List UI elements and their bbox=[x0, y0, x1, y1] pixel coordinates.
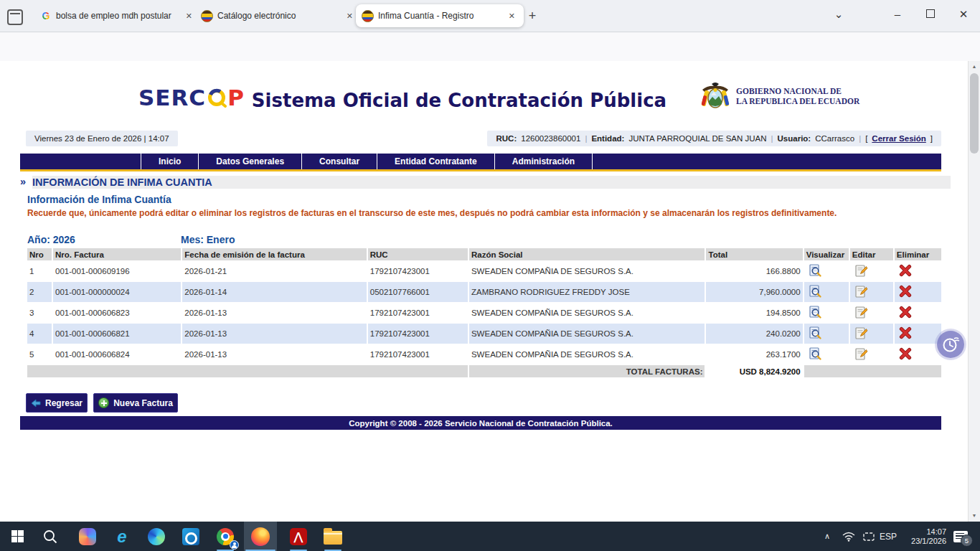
editar-icon[interactable] bbox=[854, 264, 868, 278]
editar-icon[interactable] bbox=[854, 285, 868, 298]
eliminar-icon[interactable] bbox=[899, 264, 912, 277]
editar-icon[interactable] bbox=[854, 306, 868, 319]
floating-timer-widget[interactable] bbox=[937, 331, 964, 358]
clock-icon bbox=[941, 335, 960, 354]
firefox-view-icon[interactable] bbox=[7, 9, 23, 25]
copilot-icon[interactable] bbox=[71, 522, 104, 551]
main-navigation: Inicio Datos Generales Consultar Entidad… bbox=[20, 154, 941, 169]
scroll-down-icon[interactable]: ▼ bbox=[969, 510, 980, 522]
cell-razon-social: ZAMBRANO RODRIGUEZ FREDDY JOSE bbox=[469, 282, 705, 302]
col-factura: Nro. Factura bbox=[53, 248, 181, 260]
new-tab-button[interactable]: + bbox=[522, 6, 542, 26]
eliminar-icon[interactable] bbox=[899, 347, 912, 360]
notification-badge: 5 bbox=[961, 534, 973, 547]
year-label: Año: 2026 bbox=[27, 234, 75, 245]
col-ruc: RUC bbox=[368, 248, 468, 260]
table-row: 1 001-001-000609196 2026-01-21 179210742… bbox=[27, 261, 941, 281]
editar-icon[interactable] bbox=[854, 326, 868, 340]
datetime-display: Viernes 23 de Enero de 2026 | 14:07 bbox=[26, 131, 178, 146]
cell-factura: 001-001-000000024 bbox=[53, 282, 181, 302]
notification-icon: 5 bbox=[953, 531, 968, 542]
page-scrollbar[interactable]: ▲ ▼ bbox=[968, 61, 980, 522]
cast-screen-icon[interactable] bbox=[859, 522, 878, 551]
cell-eliminar bbox=[895, 324, 941, 344]
ecuador-coat-of-arms-icon bbox=[700, 80, 730, 113]
browser-tab-1[interactable]: G bolsa de empleo mdh postular ✕ bbox=[34, 4, 201, 27]
start-button[interactable] bbox=[1, 522, 34, 551]
cell-fecha: 2026-01-14 bbox=[182, 282, 366, 302]
nav-item-datos-generales[interactable]: Datos Generales bbox=[198, 154, 301, 169]
firefox-icon-active[interactable] bbox=[244, 522, 277, 551]
file-explorer-icon[interactable] bbox=[316, 522, 349, 551]
nav-item-entidad-contratante[interactable]: Entidad Contratante bbox=[377, 154, 494, 169]
tray-time: 14:07 bbox=[926, 527, 946, 537]
language-indicator[interactable]: ESP bbox=[877, 522, 900, 551]
tray-chevron-icon[interactable]: ∧ bbox=[818, 522, 837, 551]
cell-ruc: 1792107423001 bbox=[368, 344, 468, 364]
visualizar-icon[interactable] bbox=[809, 347, 822, 361]
table-header-row: Nro Nro. Factura Fecha de emisión de la … bbox=[27, 248, 941, 260]
datetime-text: Viernes 23 de Enero de 2026 | 14:07 bbox=[34, 134, 169, 143]
cell-editar bbox=[850, 303, 893, 323]
page-content: SERC P Sistema Oficial de Contratación P… bbox=[0, 61, 969, 522]
logout-link[interactable]: Cerrar Sesión bbox=[872, 134, 925, 143]
visualizar-icon[interactable] bbox=[809, 306, 822, 319]
nueva-factura-label: Nueva Factura bbox=[113, 398, 173, 408]
cell-nro: 2 bbox=[27, 282, 52, 302]
browser-tab-3-active[interactable]: Infima Cuantía - Registro ✕ bbox=[356, 4, 524, 27]
maximize-button[interactable] bbox=[914, 0, 947, 29]
cell-visualizar bbox=[804, 303, 849, 323]
edge-icon[interactable] bbox=[140, 522, 173, 551]
nav-item-inicio[interactable]: Inicio bbox=[141, 154, 198, 169]
wifi-icon[interactable] bbox=[839, 522, 858, 551]
list-tabs-chevron-icon[interactable]: ⌄ bbox=[822, 0, 855, 29]
internet-explorer-icon[interactable]: e bbox=[105, 522, 138, 551]
entidad-value: JUNTA PARROQUIAL DE SAN JUAN bbox=[628, 134, 766, 143]
visualizar-icon[interactable] bbox=[809, 285, 822, 298]
eliminar-icon[interactable] bbox=[899, 285, 912, 298]
nav-item-consultar[interactable]: Consultar bbox=[301, 154, 377, 169]
ruc-value: 1260023860001 bbox=[521, 134, 580, 143]
outlook-icon[interactable] bbox=[174, 522, 207, 551]
cell-editar bbox=[850, 324, 893, 344]
cell-razon-social: SWEADEN COMPAÑIA DE SEGUROS S.A. bbox=[469, 261, 705, 281]
cell-razon-social: SWEADEN COMPAÑIA DE SEGUROS S.A. bbox=[469, 324, 705, 344]
nueva-factura-button[interactable]: Nueva Factura bbox=[93, 393, 178, 413]
clock-display[interactable]: 14:07 23/1/2026 bbox=[899, 522, 946, 551]
heading-marker: » bbox=[20, 176, 32, 189]
cell-ruc: 1792107423001 bbox=[368, 261, 468, 281]
cell-ruc: 1792107423001 bbox=[368, 324, 468, 344]
regresar-button[interactable]: Regresar bbox=[26, 393, 88, 413]
table-row: 4 001-001-000606821 2026-01-13 179210742… bbox=[27, 324, 941, 344]
scroll-thumb[interactable] bbox=[970, 73, 979, 154]
acrobat-icon[interactable]: ⋀ bbox=[282, 522, 315, 551]
nav-item-administracion[interactable]: Administración bbox=[494, 154, 593, 169]
minimize-button[interactable]: – bbox=[881, 0, 914, 29]
close-tab-icon[interactable]: ✕ bbox=[506, 10, 518, 22]
gov-text-line1: GOBIERNO NACIONAL DE bbox=[736, 86, 859, 96]
notification-center-button[interactable]: 5 bbox=[948, 522, 973, 551]
close-tab-icon[interactable]: ✕ bbox=[183, 10, 195, 22]
search-button[interactable] bbox=[34, 522, 67, 551]
chrome-account-badge bbox=[230, 540, 239, 550]
scroll-up-icon[interactable]: ▲ bbox=[969, 61, 980, 72]
windows-taskbar: e ⋀ ∧ ESP 14:07 23/1/2026 5 bbox=[0, 522, 980, 551]
close-window-button[interactable]: ✕ bbox=[947, 0, 980, 29]
cell-total: 240.0200 bbox=[706, 324, 802, 344]
cell-nro: 3 bbox=[27, 303, 52, 323]
close-tab-icon[interactable]: ✕ bbox=[344, 10, 356, 22]
chrome-icon[interactable] bbox=[209, 522, 242, 551]
eliminar-icon[interactable] bbox=[899, 306, 912, 319]
ruc-label: RUC: bbox=[496, 134, 517, 143]
facturas-table: Nro Nro. Factura Fecha de emisión de la … bbox=[26, 248, 943, 378]
cell-factura: 001-001-000606821 bbox=[53, 324, 181, 344]
visualizar-icon[interactable] bbox=[809, 264, 822, 278]
logout-bracket: ] bbox=[930, 134, 933, 143]
table-row: 2 001-001-000000024 2026-01-14 050210776… bbox=[27, 282, 941, 302]
total-value: USD 8,824.9200 bbox=[706, 365, 802, 377]
page-heading-row: » INFORMACIÓN DE INFIMA CUANTIA bbox=[20, 176, 953, 189]
visualizar-icon[interactable] bbox=[809, 326, 822, 340]
eliminar-icon[interactable] bbox=[899, 326, 912, 339]
editar-icon[interactable] bbox=[854, 347, 868, 361]
browser-tab-2[interactable]: Catálogo electrónico ✕ bbox=[195, 4, 362, 27]
